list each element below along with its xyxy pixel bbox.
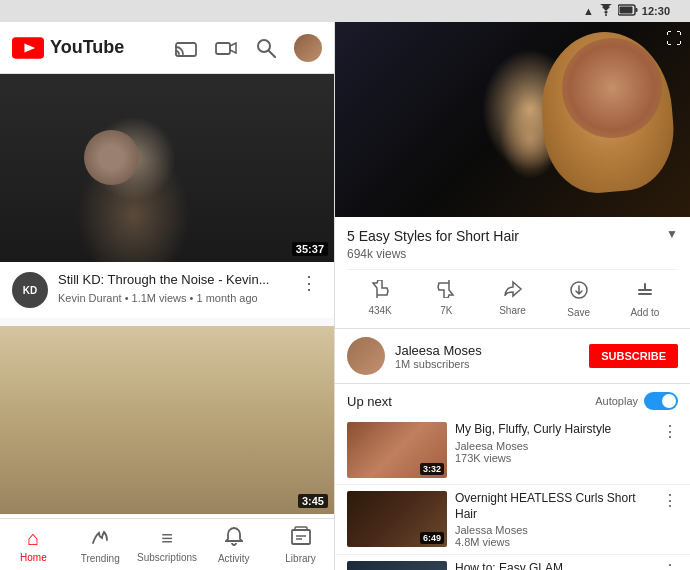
share-button[interactable]: Share — [479, 276, 545, 322]
subscribe-button[interactable]: SUBSCRIBE — [589, 344, 678, 368]
channel-avatar-main[interactable] — [347, 337, 385, 375]
up-next-more-1[interactable]: ⋮ — [658, 422, 678, 441]
up-next-thumb-2: 6:49 — [347, 491, 447, 547]
channel-subscribers: 1M subscribers — [395, 358, 579, 370]
autoplay-section: Autoplay — [595, 392, 678, 410]
search-icon[interactable] — [254, 36, 278, 60]
nav-item-home[interactable]: ⌂ Home — [0, 519, 67, 570]
status-bar: ▲ 12:30 — [0, 0, 690, 22]
save-button[interactable]: Save — [546, 276, 612, 322]
action-bar: 434K 7K Share — [347, 269, 678, 322]
svg-rect-12 — [295, 527, 307, 530]
nav-item-activity[interactable]: Activity — [200, 519, 267, 570]
dislike-icon — [436, 280, 456, 303]
up-next-label: Up next — [347, 394, 392, 409]
up-next-list: 3:32 My Big, Fluffy, Curly Hairstyle Jal… — [335, 416, 690, 570]
library-icon — [291, 526, 311, 551]
dislike-button[interactable]: 7K — [413, 276, 479, 322]
time-display: 12:30 — [642, 5, 670, 17]
save-icon — [569, 280, 589, 305]
channel-row: Jaleesa Moses 1M subscribers SUBSCRIBE — [335, 329, 690, 384]
home-icon: ⌂ — [27, 527, 39, 550]
camera-icon[interactable] — [214, 36, 238, 60]
right-panel: ⛶ 5 Easy Styles for Short Hair ▼ 694k vi… — [335, 22, 690, 570]
nav-item-trending[interactable]: Trending — [67, 519, 134, 570]
trending-icon — [90, 526, 110, 551]
youtube-logo-icon — [12, 37, 44, 59]
channel-avatar-1[interactable]: KD — [12, 272, 48, 308]
video-meta-1: Still KD: Through the Noise - Kevin... K… — [58, 272, 286, 304]
add-icon — [635, 280, 655, 305]
up-next-item[interactable]: 3:32 My Big, Fluffy, Curly Hairstyle Jal… — [335, 416, 690, 485]
video-main-title-row: 5 Easy Styles for Short Hair ▼ — [347, 227, 678, 245]
duration-badge-2: 3:45 — [298, 494, 328, 508]
battery-icon — [618, 4, 638, 18]
video-info: KD Still KD: Through the Noise - Kevin..… — [0, 262, 334, 318]
logo-container: YouTube — [12, 37, 166, 59]
up-next-channel-1: Jaleesa Moses — [455, 440, 650, 452]
svg-rect-2 — [635, 8, 637, 12]
duration-badge: 35:37 — [292, 242, 328, 256]
up-next-title-1: My Big, Fluffy, Curly Hairstyle — [455, 422, 650, 438]
dislike-count: 7K — [440, 305, 452, 316]
app-header: YouTube — [0, 22, 334, 74]
wifi-icon — [598, 4, 614, 18]
more-options-icon-1[interactable]: ⋮ — [296, 272, 322, 294]
save-label: Save — [567, 307, 590, 318]
nav-label-trending: Trending — [81, 553, 120, 564]
up-next-info-1: My Big, Fluffy, Curly Hairstyle Jaleesa … — [455, 422, 650, 464]
up-next-title-3: How to: Easy GLAM — [455, 561, 650, 570]
nav-label-activity: Activity — [218, 553, 250, 564]
up-next-item-3[interactable]: 5:12 How to: Easy GLAM Jaleesa Moses 1.2… — [335, 555, 690, 570]
nav-item-library[interactable]: Library — [267, 519, 334, 570]
video-thumbnail-2[interactable]: 3:45 — [0, 326, 334, 514]
up-next-duration-1: 3:32 — [420, 463, 444, 475]
up-next-item-2[interactable]: 6:49 Overnight HEATLESS Curls Short Hair… — [335, 485, 690, 555]
channel-name[interactable]: Jaleesa Moses — [395, 343, 579, 358]
main-content: YouTube — [0, 22, 690, 570]
svg-rect-3 — [619, 7, 632, 14]
add-to-button[interactable]: Add to — [612, 276, 678, 322]
video-player[interactable]: ⛶ — [335, 22, 690, 217]
channel-info: Jaleesa Moses 1M subscribers — [395, 343, 579, 370]
up-next-thumb-3: 5:12 — [347, 561, 447, 570]
up-next-channel-2: Jalessa Moses — [455, 524, 650, 536]
left-panel: YouTube — [0, 22, 335, 570]
cast-icon[interactable] — [174, 36, 198, 60]
up-next-duration-2: 6:49 — [420, 532, 444, 544]
up-next-more-3[interactable]: ⋮ — [658, 561, 678, 570]
like-icon — [370, 280, 390, 303]
video-subtitle-1: Kevin Durant • 1.1M views • 1 month ago — [58, 292, 286, 304]
subscriptions-icon: ≡ — [161, 527, 173, 550]
svg-rect-11 — [292, 530, 310, 544]
svg-point-0 — [605, 14, 607, 16]
player-thumbnail — [335, 22, 690, 217]
share-icon — [503, 280, 523, 303]
video-details: 5 Easy Styles for Short Hair ▼ 694k view… — [335, 217, 690, 329]
up-next-info-2: Overnight HEATLESS Curls Short Hair Jale… — [455, 491, 650, 548]
user-avatar[interactable] — [294, 34, 322, 62]
signal-icon: ▲ — [583, 5, 594, 17]
nav-label-subscriptions: Subscriptions — [137, 552, 197, 563]
like-count: 434K — [368, 305, 391, 316]
bottom-nav: ⌂ Home Trending ≡ Subscriptions — [0, 518, 334, 570]
header-icons — [174, 34, 322, 62]
video-views: 694k views — [347, 247, 678, 261]
activity-icon — [225, 526, 243, 551]
up-next-header: Up next Autoplay — [335, 384, 690, 416]
autoplay-toggle[interactable] — [644, 392, 678, 410]
nav-item-subscriptions[interactable]: ≡ Subscriptions — [134, 519, 201, 570]
share-label: Share — [499, 305, 526, 316]
video-thumbnail[interactable]: 35:37 — [0, 74, 334, 262]
like-button[interactable]: 434K — [347, 276, 413, 322]
up-next-more-2[interactable]: ⋮ — [658, 491, 678, 510]
up-next-thumb-1: 3:32 — [347, 422, 447, 478]
video-title-1[interactable]: Still KD: Through the Noise - Kevin... — [58, 272, 286, 289]
thumbnail-image-2 — [0, 326, 334, 514]
video-card-2: 3:45 G Girls Talk Various • 500K views •… — [0, 326, 334, 518]
svg-rect-8 — [216, 43, 230, 54]
dropdown-icon[interactable]: ▼ — [666, 227, 678, 243]
add-to-label: Add to — [630, 307, 659, 318]
expand-icon[interactable]: ⛶ — [666, 30, 682, 48]
status-icons: ▲ 12:30 — [583, 4, 678, 18]
